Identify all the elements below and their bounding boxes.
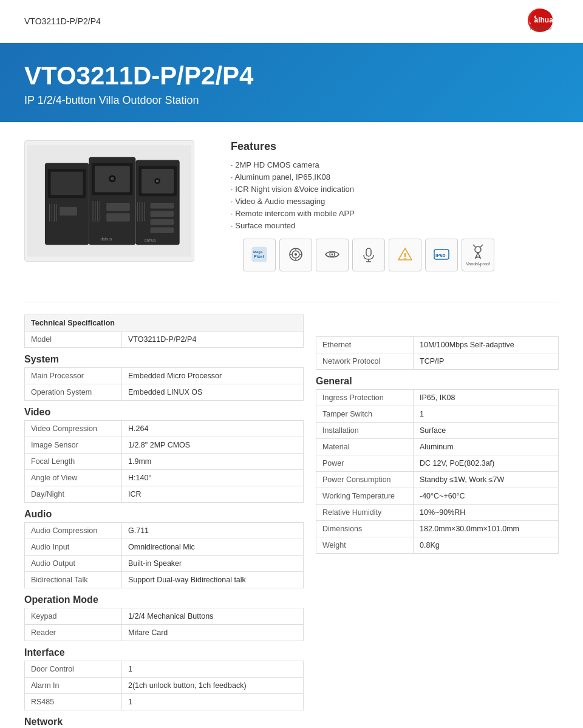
specs-left: Technical Specification Model VTO3211D-P… [24,315,304,728]
mic-icon [352,239,385,271]
spec-value: Aluminum [414,439,559,455]
feature-item: Remote intercom with mobile APP [231,209,494,218]
product-image-area: dahua dahua [24,140,194,284]
spec-value: DC 12V, PoE(802.3af) [414,455,559,472]
system-section-header: System [24,348,304,367]
general-section-header: General [316,370,559,389]
spec-value: Mifare Card [122,625,304,641]
svg-line-65 [480,245,483,247]
spec-label: Door Control [25,661,122,678]
spec-label: Audio Output [25,556,122,572]
network-section-header-left: Network [24,710,304,728]
dahua-logo: alhua alhua alhua alhua ▲ TECHNOLOGY [486,6,559,36]
model-value: VTO3211D-P/P2/P4 [122,332,304,348]
svg-point-54 [332,254,333,256]
svg-text:IP65: IP65 [435,253,446,258]
spec-value: 0.8Kg [414,537,559,554]
product-image-svg: dahua dahua [27,143,191,259]
spec-label: Image Sensor [25,437,122,454]
spec-value: Embedded Micro Processor [122,368,304,384]
header-title: VTO3211D-P/P2/P4 [24,16,101,26]
feature-item: ICR Night vision &Voice indication [231,185,494,194]
spec-label: Bidirectional Talk [25,572,122,588]
spec-value: Standby ≤1W, Work ≤7W [414,472,559,488]
svg-text:▲: ▲ [533,14,537,18]
svg-rect-11 [51,172,83,196]
spec-value: Omnidirectional Mic [122,539,304,556]
spec-value: H.264 [122,421,304,437]
spec-value: 1.9mm [122,454,304,470]
spec-value: 10M/100Mbps Self-adaptive [414,337,559,353]
spec-label: Operation System [25,384,122,401]
features-section: Features 2MP HD CMOS camera Aluminum pan… [219,140,494,284]
banner-subtitle: IP 1/2/4-button Villa Outdoor Station [24,94,559,107]
spec-value: Built-in Speaker [122,556,304,572]
svg-point-48 [295,253,297,256]
features-title: Features [231,140,494,153]
spec-value: IP65, IK08 [414,390,559,406]
svg-point-21 [111,177,114,180]
spec-label: Ingress Protection [316,390,414,406]
vandal-proof-icon: Vandal-proof [462,239,494,271]
spec-value: 1 [122,694,304,710]
feature-item: Surface mounted [231,221,494,230]
feature-item: Video & Audio messaging [231,197,494,206]
spec-value: H:140° [122,470,304,486]
svg-rect-39 [151,211,174,217]
spec-value: ICR [122,486,304,503]
spec-label: Video Compression [25,421,122,437]
spec-label: Keypad [25,608,122,625]
svg-text:Pixel: Pixel [254,254,264,259]
svg-rect-40 [151,219,174,225]
lens-icon [279,239,312,271]
general-table: Ingress Protection IP65, IK08 Tamper Swi… [316,389,559,554]
audio-section-header: Audio [24,503,304,522]
svg-point-60 [404,258,406,259]
svg-rect-38 [151,203,174,209]
svg-rect-55 [366,248,371,256]
svg-rect-16 [60,207,77,216]
spec-label: Audio Input [25,539,122,556]
video-section-header: Video [24,401,304,420]
ip65-icon: IP65 [425,239,458,271]
spec-label: Material [316,439,414,455]
spec-label: Focal Length [25,454,122,470]
spec-label: Power [316,455,414,472]
logo-area: alhua alhua alhua alhua ▲ TECHNOLOGY [486,6,559,36]
spec-label: Installation [316,423,414,439]
spec-value: G.711 [122,523,304,539]
mega-pixel-icon: Mega Pixel [243,239,276,271]
tech-spec-heading: Technical Specification [25,315,304,332]
svg-rect-27 [106,213,130,222]
spec-label: Reader [25,625,122,641]
spec-label: Main Processor [25,368,122,384]
system-table: Main Processor Embedded Micro Processor … [24,367,304,401]
svg-text:dahua: dahua [101,237,112,241]
spec-value: TCP/IP [414,353,559,370]
spec-value: 1 [414,406,559,423]
spec-label: Weight [316,537,414,554]
svg-rect-26 [106,203,130,211]
spec-label: Ethernet [316,337,414,353]
operation-table: Keypad 1/2/4 Mechanical Buttons Reader M… [24,608,304,641]
banner: VTO3211D-P/P2/P4 IP 1/2/4-button Villa O… [0,43,583,122]
spec-value: 2(1ch unlock button, 1ch feedback) [122,678,304,694]
spec-label: Network Protocol [316,353,414,370]
svg-line-64 [473,245,476,247]
spec-label: Tamper Switch [316,406,414,423]
svg-text:dahua: dahua [145,239,156,243]
spec-value: -40°C~+60°C [414,488,559,505]
interface-section-header: Interface [24,641,304,661]
right-top-table: Ethernet 10M/100Mbps Self-adaptive Netwo… [316,336,559,370]
spec-label: Power Consumption [316,472,414,488]
product-section: dahua dahua Features 2MP HD C [0,122,583,302]
spec-value: 10%~90%RH [414,505,559,521]
interface-table: Door Control 1 Alarm In 2(1ch unlock but… [24,661,304,710]
spec-label: Working Temperature [316,488,414,505]
operation-mode-section-header: Operation Mode [24,588,304,608]
tech-spec-table: Technical Specification Model VTO3211D-P… [24,315,304,348]
warning-icon [389,239,421,271]
top-header: VTO3211D-P/P2/P4 alhua alhua alhua alhua… [0,0,583,43]
model-label: Model [25,332,122,348]
spec-value: 182.0mm×30.0mm×101.0mm [414,521,559,537]
